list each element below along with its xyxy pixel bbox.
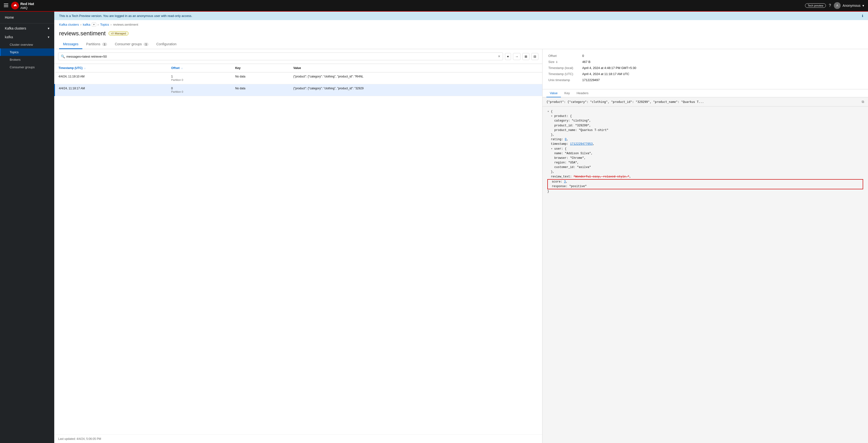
unix-timestamp-value: 1712229497	[582, 78, 600, 82]
sidebar-kafka-cluster[interactable]: kafka ▾	[0, 33, 54, 41]
breadcrumb-topics[interactable]: Topics	[100, 23, 109, 26]
tech-banner-message: This is a Tech Preview version. You are …	[59, 14, 192, 18]
json-line: name: "Addison Silva",	[547, 151, 863, 156]
sidebar-item-cluster-overview[interactable]: Cluster overview	[0, 41, 54, 49]
search-input-wrapper: 🔍 ×	[58, 53, 503, 60]
messages-table: Timestamp (UTC) ↓ Offset ↓ Key	[54, 64, 542, 435]
svg-rect-2	[4, 6, 8, 7]
sidebar-kafka-clusters-label: Kafka clusters	[5, 26, 26, 30]
messages-panel: 🔍 × ▾ → ⊞ ⊟	[54, 49, 542, 443]
content-split: 🔍 × ▾ → ⊞ ⊟	[54, 49, 868, 443]
col-timestamp[interactable]: Timestamp (UTC) ↓	[55, 64, 167, 72]
sort-offset-icon: ↓	[181, 67, 183, 69]
tab-messages[interactable]: Messages	[59, 40, 82, 49]
json-line: browser: "Chrome",	[547, 156, 863, 160]
json-line: response: "positive"	[548, 184, 862, 189]
partitions-badge: 1	[102, 42, 107, 46]
search-icon: 🔍	[61, 55, 65, 58]
main-content: This is a Tech Preview version. You are …	[54, 11, 868, 443]
expand-icon[interactable]: ▾	[551, 115, 552, 118]
sidebar-item-brokers[interactable]: Brokers	[0, 56, 54, 63]
user-menu[interactable]: A Anonymous ▾	[834, 2, 864, 9]
tech-preview-badge: Tech preview	[805, 3, 826, 8]
json-line: timestamp: 1712229477053,	[547, 142, 863, 147]
app-body: Home Kafka clusters ▾ kafka ▾ Cluster ov…	[0, 11, 868, 443]
json-viewer: ▾ { ▾ product: { category: "clothing", p…	[542, 106, 868, 443]
sidebar-kafka-chevron: ▾	[48, 35, 50, 39]
json-line: score: 3,	[548, 180, 862, 184]
expand-icon[interactable]: ▾	[547, 110, 549, 113]
json-line: ▾ {	[547, 109, 863, 114]
tech-banner-info-icon: ℹ	[862, 14, 863, 18]
json-line: ▾ product: {	[547, 114, 863, 119]
offset-value: 0	[582, 54, 584, 58]
tab-consumer-groups[interactable]: Consumer groups 1	[111, 40, 152, 49]
detail-tab-headers[interactable]: Headers	[573, 89, 592, 97]
json-line: category: "clothing",	[547, 119, 863, 123]
cell-offset: 1 Partition 0	[167, 72, 231, 84]
offset-label: Offset	[548, 54, 582, 58]
tab-partitions[interactable]: Partitions 1	[82, 40, 111, 49]
svg-rect-0	[4, 4, 8, 4]
search-submit-btn[interactable]: →	[513, 53, 521, 60]
timestamp-utc-value: April 4, 2024 at 11:18:17 AM UTC	[582, 72, 629, 76]
sidebar-kafka-clusters-header[interactable]: Kafka clusters ▾	[0, 24, 54, 33]
cell-offset: 0 Partition 0	[167, 84, 231, 96]
dropdown-icon: ▾	[507, 55, 509, 58]
col-value: Value	[289, 64, 542, 72]
cluster-dropdown-btn[interactable]: ▾	[92, 23, 96, 27]
col-offset[interactable]: Offset ↓	[167, 64, 231, 72]
breadcrumb-sep3: ›	[111, 23, 112, 26]
detail-panel: Offset 0 Size ℹ 467 B Timestamp (local) …	[542, 49, 868, 443]
json-line: },	[547, 133, 863, 137]
managed-icon: 🏷	[111, 32, 114, 35]
breadcrumb-kafka-clusters[interactable]: Kafka clusters	[59, 23, 79, 26]
detail-tab-key[interactable]: Key	[561, 89, 573, 97]
view-toggle-btn1[interactable]: ⊞	[522, 53, 529, 60]
search-input[interactable]	[66, 55, 496, 58]
help-icon[interactable]: ?	[829, 3, 831, 8]
tab-configuration[interactable]: Configuration	[152, 40, 180, 49]
view-toggle-btn2[interactable]: ⊟	[531, 53, 538, 60]
json-line: customer_id: "asilva"	[547, 165, 863, 170]
expand-icon[interactable]: ▾	[551, 147, 552, 151]
sidebar-item-topics[interactable]: Topics	[0, 49, 54, 56]
size-value: 467 B	[582, 60, 590, 64]
user-avatar: A	[834, 2, 841, 9]
submit-icon: →	[515, 55, 518, 58]
breadcrumb-sep2: ›	[98, 23, 99, 26]
redhat-logo	[11, 2, 19, 9]
search-clear-icon[interactable]: ×	[498, 54, 500, 59]
consumer-groups-badge: 1	[144, 42, 149, 46]
json-line: rating: 0,	[547, 137, 863, 142]
json-line: review_text: "Wonderful easy, relaxed st…	[547, 175, 863, 179]
detail-tabs: Value Key Headers	[542, 89, 868, 97]
search-bar: 🔍 × ▾ → ⊞ ⊟	[54, 49, 542, 64]
view-icon2: ⊟	[533, 55, 536, 58]
json-line: },	[547, 170, 863, 174]
table-row[interactable]: 4/4/24, 11:18:17 AM 0 Partition 0 No dat…	[55, 84, 542, 96]
sidebar-item-home[interactable]: Home	[0, 11, 54, 24]
json-line: product_name: "Quarkus T-shirt"	[547, 128, 863, 133]
unix-timestamp-label: Unix timestamp	[548, 78, 582, 82]
search-filter-dropdown[interactable]: ▾	[505, 53, 511, 60]
sidebar-item-consumer-groups[interactable]: Consumer groups	[0, 63, 54, 71]
cell-timestamp: 4/4/24, 11:19:10 AM	[55, 72, 167, 84]
cell-value: {"product": {"category": "clothing", "pr…	[289, 84, 542, 96]
hamburger-menu[interactable]	[4, 3, 8, 8]
json-line: ▾ user: {	[547, 147, 863, 151]
value-preview-text: {"product": {"category": "clothing", "pr…	[547, 100, 862, 104]
managed-badge: 🏷 Managed	[108, 31, 129, 36]
breadcrumb-sep1: ›	[81, 23, 82, 26]
tabs-bar: Messages Partitions 1 Consumer groups 1 …	[54, 40, 868, 49]
highlight-box: score: 3, response: "positive"	[547, 179, 863, 189]
timestamp-link[interactable]: 1712229477053	[570, 143, 593, 146]
detail-value-preview: {"product": {"category": "clothing", "pr…	[542, 97, 868, 106]
breadcrumb-kafka[interactable]: kafka	[83, 23, 90, 26]
user-name: Anonymous	[843, 4, 861, 7]
detail-tab-value[interactable]: Value	[547, 89, 561, 97]
sidebar-kafka-clusters-chevron: ▾	[48, 26, 50, 30]
top-nav: Red Hat AMQ Tech preview ? A Anonymous ▾	[0, 0, 868, 11]
copy-value-btn[interactable]: ⧉	[862, 100, 864, 104]
table-row[interactable]: 4/4/24, 11:19:10 AM 1 Partition 0 No dat…	[55, 72, 542, 84]
